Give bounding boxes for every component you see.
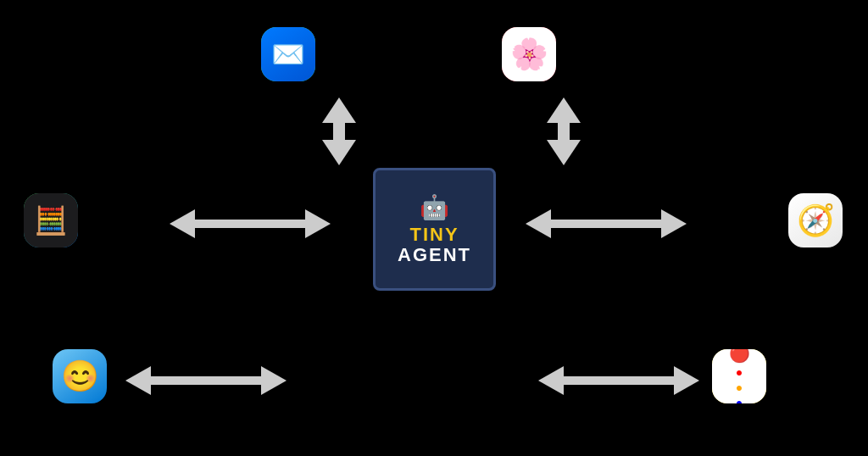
diagram-container: ● ● ● 🤖 TINY AGENT	[0, 0, 868, 456]
safari-icon	[788, 193, 843, 247]
robot-emoji: 🤖	[420, 193, 449, 221]
svg-marker-12	[125, 366, 151, 395]
svg-rect-14	[149, 376, 263, 385]
svg-marker-4	[547, 140, 581, 165]
svg-marker-6	[170, 209, 195, 238]
arrow-top-right-vertical	[534, 97, 593, 165]
svg-marker-7	[305, 209, 331, 238]
svg-marker-9	[526, 209, 551, 238]
tiny-agent-label: TINY AGENT	[398, 225, 471, 265]
arrow-bottom-right-horizontal	[538, 358, 699, 404]
calculator-icon	[24, 193, 78, 247]
photos-icon	[502, 27, 556, 81]
svg-marker-13	[261, 366, 287, 395]
svg-marker-0	[322, 97, 356, 123]
reminders-icon: ● ● ●	[712, 349, 766, 403]
arrow-top-left-vertical	[309, 97, 369, 165]
svg-marker-1	[322, 140, 356, 165]
svg-rect-2	[333, 121, 345, 142]
tiny-agent-box: 🤖 TINY AGENT	[373, 168, 496, 291]
svg-marker-3	[547, 97, 581, 123]
finder-icon	[53, 349, 107, 403]
svg-marker-16	[674, 366, 699, 395]
arrow-left-horizontal	[170, 201, 331, 247]
svg-rect-5	[558, 121, 570, 142]
svg-marker-15	[538, 366, 564, 395]
svg-rect-17	[562, 376, 676, 385]
svg-marker-10	[661, 209, 687, 238]
svg-rect-11	[549, 220, 663, 228]
arrow-right-horizontal	[526, 201, 687, 247]
svg-rect-8	[193, 220, 307, 228]
arrow-bottom-left-horizontal	[125, 358, 287, 404]
mail-icon	[261, 27, 315, 81]
